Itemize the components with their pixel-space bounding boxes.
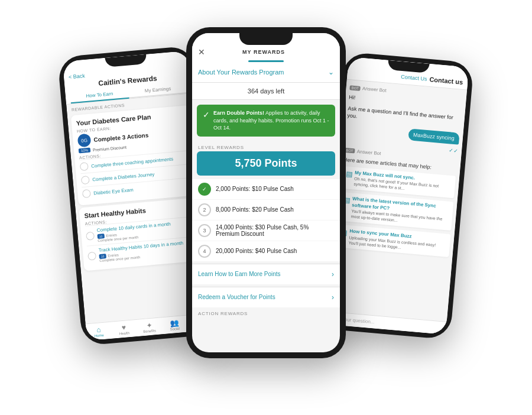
action-circle — [80, 162, 89, 171]
document-icon: ▤ — [345, 170, 352, 179]
nav-benefits[interactable]: ✦ Benefits — [136, 320, 162, 334]
reward-text: 2,000 Points: $10 Pulse Cash — [216, 186, 294, 192]
list-item: 3 14,000 Points: $30 Pulse Cash, 5% Prem… — [192, 221, 340, 241]
reward-text: 8,000 Points: $20 Pulse Cash — [216, 206, 294, 213]
bot-badge: BOT — [349, 85, 361, 91]
check-icon: ✓ — [203, 110, 210, 119]
promo-banner: ✓ Earn Double Points! Applies to activit… — [197, 105, 335, 137]
rewards-list: ✓ 2,000 Points: $10 Pulse Cash 2 8,000 P… — [192, 179, 340, 261]
nav-social[interactable]: 👥 Social — [161, 318, 187, 332]
nav-home[interactable]: ⌂ Home — [86, 325, 112, 339]
action-circle — [81, 176, 90, 184]
list-item: 2 8,000 Points: $20 Pulse Cash — [192, 200, 340, 220]
user-bubble: MaxBuzz syncing — [408, 128, 459, 144]
list-item: ✓ 2,000 Points: $10 Pulse Cash — [192, 179, 340, 199]
bot-name-2: Answer Bot — [356, 149, 381, 157]
reward-circle-completed: ✓ — [198, 183, 211, 196]
chat-input[interactable]: Type your question... — [330, 316, 442, 330]
accordion-title: About Your Rewards Program — [198, 69, 284, 76]
points-banner: 5,750 Points — [197, 151, 335, 176]
nav-benefits-label: Benefits — [143, 329, 156, 333]
action-rewards-label: ACTION REWARDS — [192, 307, 340, 317]
list-item: 4 20,000 Points: $40 Pulse Cash — [192, 241, 340, 261]
nav-health-label: Health — [119, 331, 129, 335]
chat-area: BOT Answer Bot Hi! Ask me a question and… — [332, 80, 467, 262]
days-left-text: 364 days left — [248, 87, 284, 95]
action-text: Diabetic Eye Exam — [93, 187, 134, 196]
left-card-diabetes: Your Diabetes Care Plan HOW TO EARN: 0G … — [71, 105, 198, 206]
reward-text: 20,000 Points: $40 Pulse Cash — [216, 248, 297, 254]
action-circle — [87, 251, 96, 260]
redeem-text: Redeem a Voucher for Points — [198, 294, 275, 300]
action-circle — [86, 231, 95, 240]
nav-social-label: Social — [170, 327, 180, 331]
article-item[interactable]: ▤ How to sync your Max Buzz Uploading yo… — [336, 225, 451, 257]
article-item[interactable]: ▤ What is the latest version of the Sync… — [338, 192, 454, 231]
left-badge-sub: Premium Discount — [93, 145, 127, 152]
reward-circle-2: 2 — [198, 203, 211, 216]
contact-us-link[interactable]: Contact Us — [401, 74, 427, 82]
left-earn-detail: Complete 3 Actions — [93, 132, 149, 143]
chevron-down-icon: ⌄ — [328, 68, 334, 76]
center-header-title: MY REWARDS — [242, 49, 285, 55]
right-header-title: Contact us — [429, 76, 463, 86]
reward-text: 14,000 Points: $30 Pulse Cash, 5% Premiu… — [216, 224, 334, 237]
reward-circle-4: 4 — [198, 245, 211, 258]
bot-name: Answer Bot — [362, 86, 387, 93]
left-badge: 10% — [79, 148, 91, 154]
phones-container: < Back Caitlin's Rewards How To Earn My … — [59, 15, 473, 400]
center-accordion[interactable]: About Your Rewards Program ⌄ — [192, 62, 340, 83]
chevron-right-icon: › — [332, 293, 334, 301]
learn-more-text: Learn How to Earn More Points — [198, 271, 281, 277]
nav-home-label: Home — [95, 333, 104, 338]
promo-text: Earn Double Points! Applies to activity,… — [213, 109, 329, 132]
points-value: 5,750 Points — [203, 157, 329, 170]
earn-circle-icon: 0G — [77, 134, 92, 148]
center-phone: ✕ MY REWARDS About Your Rewards Program … — [186, 27, 346, 358]
close-button[interactable]: ✕ — [198, 47, 205, 57]
redeem-link[interactable]: Redeem a Voucher for Points › — [192, 287, 340, 307]
nav-health[interactable]: ♥ Health — [111, 322, 137, 336]
level-rewards-label: LEVEL REWARDS — [192, 141, 340, 151]
action-text: Complete a Diabetes Journey — [92, 171, 155, 182]
center-notch — [239, 33, 293, 45]
learn-more-link[interactable]: Learn How to Earn More Points › — [192, 264, 340, 284]
chevron-right-icon: › — [332, 270, 334, 278]
days-left-container: 364 days left — [192, 83, 340, 100]
action-circle — [82, 189, 91, 198]
reward-circle-3: 3 — [198, 224, 211, 237]
left-card-habits: Start Healthy Habits ACTIONS: Complete 1… — [79, 197, 203, 271]
